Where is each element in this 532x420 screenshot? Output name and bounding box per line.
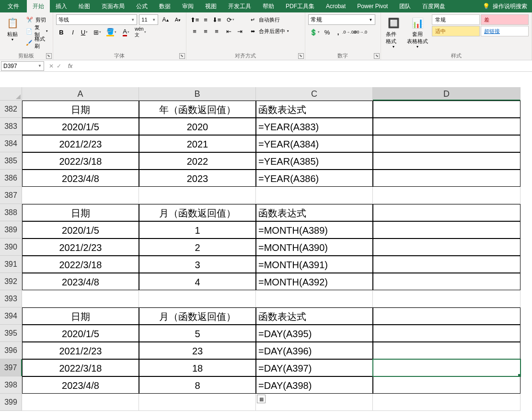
style-good[interactable]: 适中 bbox=[432, 26, 480, 36]
italic-button[interactable]: I bbox=[68, 27, 78, 37]
cell[interactable]: 1 bbox=[139, 221, 256, 238]
cell[interactable]: 2021/2/23 bbox=[22, 238, 139, 256]
cell[interactable]: 月（函数返回值） bbox=[139, 204, 256, 221]
font-color-button[interactable]: A▾ bbox=[119, 27, 133, 37]
row-header[interactable]: 392 bbox=[0, 273, 22, 290]
cell[interactable]: 2023 bbox=[139, 170, 256, 187]
cell[interactable] bbox=[373, 101, 520, 118]
cell[interactable]: 2021/2/23 bbox=[22, 342, 139, 359]
tab-dev[interactable]: 开发工具 bbox=[222, 0, 257, 12]
merge-center-button[interactable]: ⬌合并后居中▾ bbox=[247, 26, 291, 36]
accounting-format-button[interactable]: 💲▾ bbox=[308, 27, 322, 37]
row-header[interactable]: 398 bbox=[0, 376, 22, 394]
cell[interactable] bbox=[373, 290, 520, 307]
cell[interactable] bbox=[373, 307, 520, 325]
cell[interactable]: 3 bbox=[139, 256, 256, 273]
name-box[interactable]: D397▼ bbox=[1, 61, 44, 71]
cell[interactable] bbox=[373, 221, 520, 238]
row-header[interactable]: 397 bbox=[0, 359, 22, 376]
clipboard-launcher[interactable]: ⬊ bbox=[46, 53, 52, 59]
format-as-table-button[interactable]: 📊套用 表格格式▼ bbox=[405, 14, 430, 49]
conditional-format-button[interactable]: 🔲条件格式▼ bbox=[384, 14, 403, 49]
row-header[interactable]: 387 bbox=[0, 187, 22, 204]
cell[interactable] bbox=[373, 273, 520, 290]
cell[interactable] bbox=[22, 290, 139, 307]
align-center-icon[interactable]: ≡ bbox=[200, 26, 211, 36]
style-hyperlink[interactable]: 超链接 bbox=[481, 26, 529, 36]
autofill-options-icon[interactable]: ▦ bbox=[257, 395, 266, 403]
phonetic-button[interactable]: wén文▾ bbox=[134, 27, 147, 37]
cell[interactable] bbox=[256, 187, 373, 204]
cell[interactable]: 2 bbox=[139, 238, 256, 256]
col-header-B[interactable]: B bbox=[139, 87, 256, 101]
cell[interactable] bbox=[373, 359, 520, 376]
font-name-combo[interactable]: 等线▼ bbox=[56, 14, 137, 25]
cell[interactable] bbox=[256, 394, 373, 411]
cell[interactable] bbox=[139, 394, 256, 411]
cell[interactable]: 2023/4/8 bbox=[22, 376, 139, 394]
col-header-C[interactable]: C bbox=[256, 87, 373, 101]
copy-button[interactable]: 📄复制▾ bbox=[24, 26, 50, 36]
tab-baidu[interactable]: 百度网盘 bbox=[416, 0, 451, 12]
row-header[interactable]: 382 bbox=[0, 101, 22, 118]
tab-review[interactable]: 审阅 bbox=[176, 0, 199, 12]
cell[interactable] bbox=[22, 394, 139, 411]
row-header[interactable]: 383 bbox=[0, 118, 22, 135]
col-header-D[interactable]: D bbox=[373, 87, 520, 101]
alignment-launcher[interactable]: ⬊ bbox=[298, 53, 304, 59]
underline-button[interactable]: U▾ bbox=[79, 27, 90, 37]
cell[interactable]: 函数表达式 bbox=[256, 307, 373, 325]
align-bottom-icon[interactable]: ⬇≡ bbox=[211, 14, 222, 25]
cell[interactable]: 8 bbox=[139, 376, 256, 394]
increase-indent-icon[interactable]: ⇥ bbox=[235, 26, 245, 36]
cell[interactable] bbox=[256, 290, 373, 307]
fill-color-button[interactable]: 🪣▾ bbox=[105, 27, 118, 37]
number-format-combo[interactable]: 常规▼ bbox=[308, 14, 375, 25]
cell[interactable]: =MONTH(A389) bbox=[256, 221, 373, 238]
row-header[interactable]: 393 bbox=[0, 290, 22, 307]
cell[interactable]: 18 bbox=[139, 359, 256, 376]
bold-button[interactable]: B bbox=[56, 27, 67, 37]
cell[interactable]: 2020/1/5 bbox=[22, 221, 139, 238]
row-header[interactable]: 391 bbox=[0, 256, 22, 273]
cut-button[interactable]: ✂️剪切 bbox=[24, 14, 50, 25]
cell[interactable]: =MONTH(A390) bbox=[256, 238, 373, 256]
increase-font-icon[interactable]: A▴ bbox=[160, 14, 171, 25]
cell[interactable]: 日期 bbox=[22, 204, 139, 221]
cell[interactable] bbox=[373, 135, 520, 152]
row-header[interactable]: 390 bbox=[0, 238, 22, 256]
cell[interactable]: 2023/4/8 bbox=[22, 170, 139, 187]
tell-me[interactable]: 操作说明搜索 bbox=[493, 2, 527, 11]
cell[interactable]: =DAY(A395) bbox=[256, 325, 373, 342]
cell[interactable]: =DAY(A397) bbox=[256, 359, 373, 376]
enter-formula-icon[interactable]: ✓ bbox=[57, 63, 61, 69]
cell[interactable] bbox=[373, 152, 520, 170]
cancel-formula-icon[interactable]: ✕ bbox=[49, 63, 54, 69]
decrease-font-icon[interactable]: A▾ bbox=[173, 14, 183, 25]
font-size-combo[interactable]: 11▼ bbox=[139, 14, 158, 25]
cell[interactable]: 2021 bbox=[139, 135, 256, 152]
select-all-corner[interactable] bbox=[0, 87, 22, 101]
row-header[interactable]: 389 bbox=[0, 221, 22, 238]
row-header[interactable]: 385 bbox=[0, 152, 22, 170]
cell[interactable]: =YEAR(A384) bbox=[256, 135, 373, 152]
col-header-A[interactable]: A bbox=[22, 87, 139, 101]
cell[interactable]: =YEAR(A383) bbox=[256, 118, 373, 135]
tab-layout[interactable]: 页面布局 bbox=[96, 0, 130, 12]
cell[interactable]: 23 bbox=[139, 342, 256, 359]
cell[interactable]: =MONTH(A392) bbox=[256, 273, 373, 290]
cell[interactable] bbox=[373, 187, 520, 204]
cell[interactable]: 2022/3/18 bbox=[22, 359, 139, 376]
cell[interactable]: 2020/1/5 bbox=[22, 325, 139, 342]
wrap-text-button[interactable]: ↵自动换行 bbox=[247, 14, 291, 25]
cell[interactable] bbox=[373, 394, 520, 411]
cell[interactable]: 4 bbox=[139, 273, 256, 290]
tab-powerpivot[interactable]: Power Pivot bbox=[351, 0, 393, 12]
cell[interactable] bbox=[373, 238, 520, 256]
tab-team[interactable]: 团队 bbox=[393, 0, 416, 12]
row-header[interactable]: 395 bbox=[0, 325, 22, 342]
format-painter-button[interactable]: 🖌️格式刷 bbox=[24, 37, 50, 48]
cell[interactable]: 2021/2/23 bbox=[22, 135, 139, 152]
tab-acrobat[interactable]: Acrobat bbox=[320, 0, 351, 12]
tab-draw[interactable]: 绘图 bbox=[73, 0, 96, 12]
